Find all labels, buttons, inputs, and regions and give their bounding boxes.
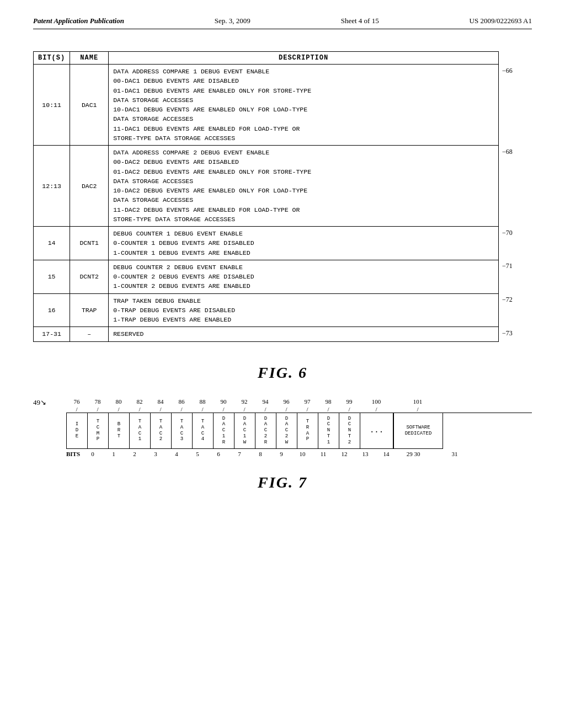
fig7-arrow-tick: /: [87, 406, 108, 413]
fig7-bit-number: 31: [430, 451, 479, 457]
cell-description: DATA ADDRESS COMPARE 1 DEBUG EVENT ENABL…: [109, 65, 499, 146]
fig7-cell: D A C 2 W: [276, 413, 297, 449]
cell-description: DEBUG COUNTER 2 DEBUG EVENT ENABLE 0-COU…: [109, 260, 499, 293]
fig7-cell: T A C 4: [193, 413, 214, 449]
fig7-cell: D A C 1 W: [234, 413, 255, 449]
cell-description: DATA ADDRESS COMPARE 2 DEBUG EVENT ENABL…: [109, 146, 499, 227]
fig7-bit-number: 8: [250, 451, 271, 457]
fig7-bit-number: 10: [292, 451, 313, 457]
fig7-arrow-tick: /: [108, 406, 129, 413]
fig7-top-number: 80: [108, 398, 129, 405]
cell-bits: 10:11: [34, 65, 70, 146]
fig7-top-number: 98: [318, 398, 339, 405]
cell-description: TRAP TAKEN DEBUG ENABLE 0-TRAP DEBUG EVE…: [109, 293, 499, 327]
fig7-bit-number: 9: [271, 451, 292, 457]
fig7-cell: T A C 2: [151, 413, 172, 449]
fig7-top-number: 100: [360, 398, 393, 405]
fig7-cell: T A C 3: [172, 413, 193, 449]
ref-marker: −72: [502, 296, 513, 303]
fig7-arrow-tick: /: [255, 406, 276, 413]
fig6-label: FIG. 6: [33, 364, 532, 382]
cell-ref: −73: [499, 327, 532, 341]
fig7-top-number: 86: [171, 398, 192, 405]
fig7-arrow-tick: /: [129, 406, 150, 413]
fig7-cell: T A C 1: [130, 413, 151, 449]
ref-marker: −70: [502, 229, 513, 237]
fig7-bit-number: 4: [166, 451, 187, 457]
fig7-top-number: 82: [129, 398, 150, 405]
fig7-arrow-tick: /: [234, 406, 255, 413]
fig7-bit-number: 12: [334, 451, 355, 457]
fig7-bit-number: 14: [376, 451, 397, 457]
fig7-bit-number: 1: [103, 451, 124, 457]
fig7-cell: D C N T 1: [318, 413, 339, 449]
fig7-cell: D A C 2 R: [255, 413, 276, 449]
fig7-bit-number: 6: [208, 451, 229, 457]
fig7-arrow-tick: /: [66, 406, 87, 413]
fig7-arrow-tick: /: [318, 406, 339, 413]
fig7-top-number: 97: [297, 398, 318, 405]
fig7-cell: D A C 1 R: [214, 413, 234, 449]
cell-ref: −70: [499, 227, 532, 260]
fig7-arrow-tick: /: [213, 406, 234, 413]
cell-bits: 17-31: [34, 327, 70, 341]
fig7-bit-number: 5: [187, 451, 208, 457]
cell-bits: 16: [34, 293, 70, 327]
page-header: Patent Application Publication Sep. 3, 2…: [33, 17, 532, 29]
table-row: 10:11DAC1DATA ADDRESS COMPARE 1 DEBUG EV…: [34, 65, 532, 146]
bits-table: BIT(S) NAME DESCRIPTION 10:11DAC1DATA AD…: [33, 51, 532, 342]
fig7-arrow-tick: /: [297, 406, 318, 413]
cell-bits: 15: [34, 260, 70, 293]
fig7-top-number: 76: [66, 398, 87, 405]
bits-label: BITS: [66, 451, 80, 457]
ref-marker: −71: [502, 262, 513, 270]
fig7-label: FIG. 7: [33, 474, 532, 491]
table-row: 14DCNT1DEBUG COUNTER 1 DEBUG EVENT ENABL…: [34, 227, 532, 260]
cell-name: –: [70, 327, 109, 341]
table-row: 12:13DAC2DATA ADDRESS COMPARE 2 DEBUG EV…: [34, 146, 532, 227]
cell-ref: −68: [499, 146, 532, 227]
cell-name: DCNT1: [70, 227, 109, 260]
fig7-bit-number: 2: [124, 451, 145, 457]
cell-name: DAC2: [70, 146, 109, 227]
fig7-cell: I D E: [67, 413, 88, 449]
fig7-top-number: 96: [276, 398, 297, 405]
publication-label: Patent Application Publication: [33, 17, 124, 25]
fig7-top-number: 101: [393, 398, 443, 405]
fig7-arrow-tick: /: [192, 406, 213, 413]
fig7-cell: T R A P: [297, 413, 318, 449]
fig7-arrow-tick: /: [360, 406, 393, 413]
fig7-cell: B R T: [109, 413, 130, 449]
fig7-top-number: 94: [255, 398, 276, 405]
fig7-bit-number: 0: [82, 451, 103, 457]
cell-description: RESERVED: [109, 327, 499, 341]
fig7-arrow-tick: /: [393, 406, 443, 413]
fig7-cell: ...: [360, 413, 393, 449]
col-header-name: NAME: [70, 52, 109, 65]
fig7-arrow-tick: /: [339, 406, 360, 413]
cell-name: DAC1: [70, 65, 109, 146]
fig7-arrow-tick: /: [171, 406, 192, 413]
cell-ref: −72: [499, 293, 532, 327]
fig7-arrow-tick: /: [276, 406, 297, 413]
cell-name: TRAP: [70, 293, 109, 327]
date-label: Sep. 3, 2009: [215, 17, 250, 25]
fig7-container: 49↘ 7678808284868890929496979899100101 /…: [33, 398, 532, 457]
table-row: 17-31–RESERVED−73: [34, 327, 532, 341]
fig7-diagram: 7678808284868890929496979899100101 /////…: [66, 398, 532, 457]
fig7-top-number: 92: [234, 398, 255, 405]
ref-marker: −73: [502, 329, 513, 337]
fig7-top-number: 90: [213, 398, 234, 405]
cell-bits: 14: [34, 227, 70, 260]
col-header-bits: BIT(S): [34, 52, 70, 65]
ref-marker: −66: [502, 67, 513, 74]
cell-name: DCNT2: [70, 260, 109, 293]
fig7-top-number: 78: [87, 398, 108, 405]
table-header-row: BIT(S) NAME DESCRIPTION: [34, 52, 532, 65]
fig7-ref-49: 49↘: [33, 398, 46, 407]
cell-description: DEBUG COUNTER 1 DEBUG EVENT ENABLE 0-COU…: [109, 227, 499, 260]
sheet-label: Sheet 4 of 15: [341, 17, 379, 25]
fig7-bit-number: 13: [355, 451, 376, 457]
fig7-top-number: 84: [150, 398, 171, 405]
table-row: 15DCNT2DEBUG COUNTER 2 DEBUG EVENT ENABL…: [34, 260, 532, 293]
